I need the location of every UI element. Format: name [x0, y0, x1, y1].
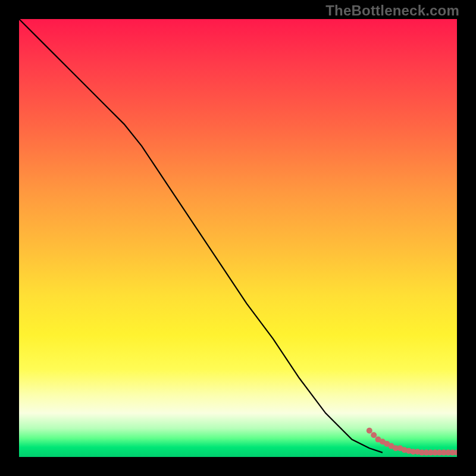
watermark-text: TheBottleneck.com [325, 2, 459, 19]
plot-area [19, 19, 457, 457]
chart-overlay [19, 19, 457, 457]
bottleneck-curve [19, 19, 383, 453]
data-point [367, 428, 372, 434]
data-point [371, 432, 377, 438]
chart-frame: TheBottleneck.com [0, 0, 476, 476]
